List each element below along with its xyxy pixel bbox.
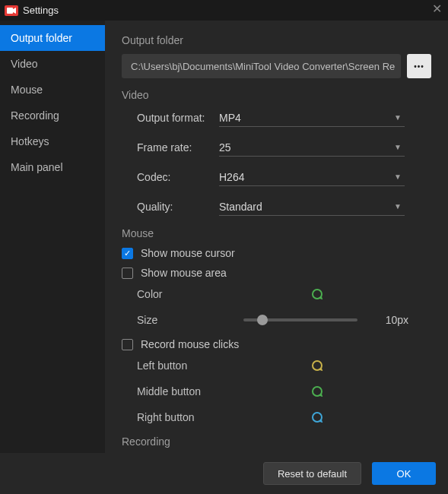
caret-down-icon: ▼: [394, 202, 402, 211]
show-cursor-checkbox[interactable]: [122, 248, 133, 259]
quality-label: Quality:: [137, 201, 219, 213]
browse-folder-button[interactable]: •••: [407, 54, 431, 78]
left-button-color-swatch[interactable]: [312, 360, 322, 371]
record-clicks-label: Record mouse clicks: [141, 338, 239, 350]
show-area-label: Show mouse area: [141, 267, 227, 279]
caret-down-icon: ▼: [394, 173, 402, 181]
middle-button-color-swatch[interactable]: [312, 386, 322, 397]
sidebar-item-main-panel[interactable]: Main panel: [0, 154, 105, 180]
window-title: Settings: [23, 5, 59, 16]
right-button-color-swatch[interactable]: [312, 412, 322, 423]
section-output-heading: Output folder: [122, 34, 431, 46]
mouse-area-size-slider[interactable]: [243, 318, 357, 321]
caret-down-icon: ▼: [394, 113, 402, 122]
ok-button[interactable]: OK: [372, 462, 436, 485]
svg-marker-1: [13, 8, 16, 14]
show-cursor-label: Show mouse cursor: [141, 247, 235, 259]
sidebar-item-hotkeys[interactable]: Hotkeys: [0, 128, 105, 154]
sidebar-item-mouse[interactable]: Mouse: [0, 77, 105, 103]
close-icon[interactable]: ✕: [432, 3, 442, 15]
output-format-value: MP4: [219, 112, 241, 124]
content-pane: Output folder C:\Users\bj\Documents\Mini…: [105, 21, 448, 453]
mouse-area-size-value: 10px: [386, 314, 408, 326]
app-icon: [5, 5, 18, 16]
left-button-label: Left button: [137, 359, 243, 372]
middle-button-label: Middle button: [137, 385, 243, 397]
codec-select[interactable]: H264 ▼: [219, 168, 405, 186]
quality-value: Standard: [219, 201, 262, 213]
codec-value: H264: [219, 171, 244, 183]
output-format-label: Output format:: [137, 112, 219, 124]
frame-rate-select[interactable]: 25 ▼: [219, 138, 405, 157]
frame-rate-value: 25: [219, 141, 231, 154]
output-path-field[interactable]: C:\Users\bj\Documents\MiniTool Video Con…: [122, 54, 401, 78]
output-format-select[interactable]: MP4 ▼: [219, 109, 405, 127]
mouse-area-color-label: Color: [137, 288, 243, 300]
sidebar-item-video[interactable]: Video: [0, 51, 105, 77]
record-clicks-checkbox[interactable]: [122, 339, 133, 350]
sidebar-item-recording[interactable]: Recording: [0, 103, 105, 128]
section-recording-heading: Recording: [122, 435, 431, 448]
show-area-checkbox[interactable]: [122, 268, 133, 279]
slider-thumb[interactable]: [257, 315, 268, 325]
frame-rate-label: Frame rate:: [137, 141, 219, 154]
reset-to-default-button[interactable]: Reset to default: [263, 462, 361, 485]
section-mouse-heading: Mouse: [122, 227, 431, 239]
section-video-heading: Video: [122, 89, 431, 101]
titlebar: Settings ✕: [0, 0, 448, 21]
mouse-area-color-swatch[interactable]: [312, 289, 322, 299]
mouse-area-size-label: Size: [137, 314, 243, 326]
sidebar: Output folder Video Mouse Recording Hotk…: [0, 21, 105, 453]
sidebar-item-output-folder[interactable]: Output folder: [0, 25, 105, 51]
right-button-label: Right button: [137, 411, 243, 423]
codec-label: Codec:: [137, 171, 219, 183]
footer: Reset to default OK: [0, 453, 448, 494]
svg-rect-0: [7, 8, 13, 14]
caret-down-icon: ▼: [394, 143, 402, 151]
quality-select[interactable]: Standard ▼: [219, 198, 405, 216]
